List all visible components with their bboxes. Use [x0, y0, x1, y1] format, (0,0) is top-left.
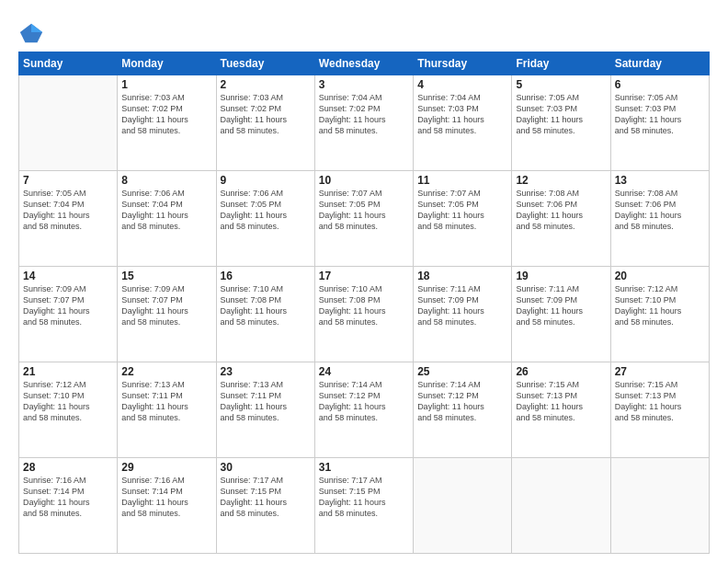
day-number: 2 [221, 78, 311, 91]
weekday-header-thursday: Thursday [414, 52, 512, 75]
day-number: 14 [23, 270, 113, 282]
header [18, 17, 710, 46]
day-number: 5 [516, 78, 606, 91]
day-number: 11 [417, 174, 507, 187]
calendar-cell: 27Sunrise: 7:15 AM Sunset: 7:13 PM Dayli… [610, 362, 709, 458]
week-row-4: 28Sunrise: 7:16 AM Sunset: 7:14 PM Dayli… [19, 458, 710, 554]
calendar-cell: 9Sunrise: 7:06 AM Sunset: 7:05 PM Daylig… [216, 171, 314, 267]
weekday-header-row: SundayMondayTuesdayWednesdayThursdayFrid… [19, 52, 710, 75]
day-info: Sunrise: 7:11 AM Sunset: 7:09 PM Dayligh… [516, 283, 606, 328]
day-number: 31 [319, 461, 409, 474]
calendar-cell [610, 458, 709, 554]
calendar-cell: 1Sunrise: 7:03 AM Sunset: 7:02 PM Daylig… [118, 75, 216, 171]
week-row-2: 14Sunrise: 7:09 AM Sunset: 7:07 PM Dayli… [19, 267, 710, 362]
day-info: Sunrise: 7:08 AM Sunset: 7:06 PM Dayligh… [615, 188, 705, 233]
week-row-1: 7Sunrise: 7:05 AM Sunset: 7:04 PM Daylig… [19, 171, 710, 267]
day-info: Sunrise: 7:06 AM Sunset: 7:04 PM Dayligh… [121, 188, 211, 233]
calendar-cell: 2Sunrise: 7:03 AM Sunset: 7:02 PM Daylig… [216, 75, 314, 171]
day-number: 10 [319, 174, 409, 187]
calendar-cell [414, 458, 512, 554]
week-row-0: 1Sunrise: 7:03 AM Sunset: 7:02 PM Daylig… [19, 75, 710, 171]
calendar-cell: 11Sunrise: 7:07 AM Sunset: 7:05 PM Dayli… [414, 171, 512, 267]
day-number: 26 [516, 365, 606, 378]
calendar-cell: 17Sunrise: 7:10 AM Sunset: 7:08 PM Dayli… [314, 267, 413, 362]
week-row-3: 21Sunrise: 7:12 AM Sunset: 7:10 PM Dayli… [19, 362, 710, 458]
day-number: 3 [319, 78, 409, 91]
day-info: Sunrise: 7:07 AM Sunset: 7:05 PM Dayligh… [417, 188, 507, 233]
calendar-cell: 7Sunrise: 7:05 AM Sunset: 7:04 PM Daylig… [19, 171, 118, 267]
calendar-table: SundayMondayTuesdayWednesdayThursdayFrid… [18, 52, 710, 554]
calendar-cell: 29Sunrise: 7:16 AM Sunset: 7:14 PM Dayli… [118, 458, 216, 554]
day-number: 9 [221, 174, 311, 187]
calendar-cell: 10Sunrise: 7:07 AM Sunset: 7:05 PM Dayli… [314, 171, 413, 267]
calendar-cell: 5Sunrise: 7:05 AM Sunset: 7:03 PM Daylig… [512, 75, 610, 171]
calendar-cell: 31Sunrise: 7:17 AM Sunset: 7:15 PM Dayli… [314, 458, 413, 554]
day-info: Sunrise: 7:17 AM Sunset: 7:15 PM Dayligh… [319, 475, 409, 520]
calendar-cell: 16Sunrise: 7:10 AM Sunset: 7:08 PM Dayli… [216, 267, 314, 362]
day-info: Sunrise: 7:08 AM Sunset: 7:06 PM Dayligh… [516, 188, 606, 233]
calendar-cell: 15Sunrise: 7:09 AM Sunset: 7:07 PM Dayli… [118, 267, 216, 362]
day-number: 12 [516, 174, 606, 187]
day-number: 4 [417, 78, 507, 91]
day-info: Sunrise: 7:05 AM Sunset: 7:03 PM Dayligh… [516, 92, 606, 137]
calendar-cell [512, 458, 610, 554]
day-number: 25 [417, 365, 507, 378]
day-number: 28 [23, 461, 113, 474]
calendar-cell: 30Sunrise: 7:17 AM Sunset: 7:15 PM Dayli… [216, 458, 314, 554]
calendar-cell: 14Sunrise: 7:09 AM Sunset: 7:07 PM Dayli… [19, 267, 118, 362]
calendar-cell: 20Sunrise: 7:12 AM Sunset: 7:10 PM Dayli… [610, 267, 709, 362]
calendar-cell: 26Sunrise: 7:15 AM Sunset: 7:13 PM Dayli… [512, 362, 610, 458]
day-number: 19 [516, 270, 606, 282]
day-info: Sunrise: 7:13 AM Sunset: 7:11 PM Dayligh… [121, 379, 211, 424]
page: SundayMondayTuesdayWednesdayThursdayFrid… [0, 0, 728, 563]
svg-marker-1 [31, 24, 42, 32]
day-info: Sunrise: 7:14 AM Sunset: 7:12 PM Dayligh… [319, 379, 409, 424]
day-number: 21 [23, 365, 113, 378]
day-info: Sunrise: 7:03 AM Sunset: 7:02 PM Dayligh… [121, 92, 211, 137]
weekday-header-sunday: Sunday [19, 52, 118, 75]
day-info: Sunrise: 7:04 AM Sunset: 7:02 PM Dayligh… [319, 92, 409, 137]
day-info: Sunrise: 7:05 AM Sunset: 7:03 PM Dayligh… [615, 92, 705, 137]
weekday-header-saturday: Saturday [610, 52, 709, 75]
day-number: 6 [615, 78, 705, 91]
weekday-header-friday: Friday [512, 52, 610, 75]
day-number: 8 [121, 174, 211, 187]
day-number: 24 [319, 365, 409, 378]
calendar-cell: 6Sunrise: 7:05 AM Sunset: 7:03 PM Daylig… [610, 75, 709, 171]
calendar-cell: 21Sunrise: 7:12 AM Sunset: 7:10 PM Dayli… [19, 362, 118, 458]
calendar-cell: 3Sunrise: 7:04 AM Sunset: 7:02 PM Daylig… [314, 75, 413, 171]
day-info: Sunrise: 7:05 AM Sunset: 7:04 PM Dayligh… [23, 188, 113, 233]
day-number: 18 [417, 270, 507, 282]
calendar-cell: 19Sunrise: 7:11 AM Sunset: 7:09 PM Dayli… [512, 267, 610, 362]
day-info: Sunrise: 7:15 AM Sunset: 7:13 PM Dayligh… [615, 379, 705, 424]
logo-icon [18, 20, 44, 46]
day-info: Sunrise: 7:11 AM Sunset: 7:09 PM Dayligh… [417, 283, 507, 328]
day-info: Sunrise: 7:12 AM Sunset: 7:10 PM Dayligh… [23, 379, 113, 424]
calendar-cell: 4Sunrise: 7:04 AM Sunset: 7:03 PM Daylig… [414, 75, 512, 171]
day-number: 7 [23, 174, 113, 187]
calendar-cell: 28Sunrise: 7:16 AM Sunset: 7:14 PM Dayli… [19, 458, 118, 554]
day-info: Sunrise: 7:14 AM Sunset: 7:12 PM Dayligh… [417, 379, 507, 424]
day-info: Sunrise: 7:09 AM Sunset: 7:07 PM Dayligh… [23, 283, 113, 328]
weekday-header-wednesday: Wednesday [314, 52, 413, 75]
day-number: 15 [121, 270, 211, 282]
day-number: 17 [319, 270, 409, 282]
day-info: Sunrise: 7:12 AM Sunset: 7:10 PM Dayligh… [615, 283, 705, 328]
day-number: 29 [121, 461, 211, 474]
day-number: 30 [221, 461, 311, 474]
weekday-header-monday: Monday [118, 52, 216, 75]
day-number: 16 [221, 270, 311, 282]
day-info: Sunrise: 7:16 AM Sunset: 7:14 PM Dayligh… [121, 475, 211, 520]
weekday-header-tuesday: Tuesday [216, 52, 314, 75]
calendar-cell: 8Sunrise: 7:06 AM Sunset: 7:04 PM Daylig… [118, 171, 216, 267]
calendar-cell: 18Sunrise: 7:11 AM Sunset: 7:09 PM Dayli… [414, 267, 512, 362]
day-number: 13 [615, 174, 705, 187]
day-info: Sunrise: 7:09 AM Sunset: 7:07 PM Dayligh… [121, 283, 211, 328]
day-info: Sunrise: 7:13 AM Sunset: 7:11 PM Dayligh… [221, 379, 311, 424]
calendar-cell: 13Sunrise: 7:08 AM Sunset: 7:06 PM Dayli… [610, 171, 709, 267]
calendar-cell: 22Sunrise: 7:13 AM Sunset: 7:11 PM Dayli… [118, 362, 216, 458]
calendar-cell: 25Sunrise: 7:14 AM Sunset: 7:12 PM Dayli… [414, 362, 512, 458]
day-info: Sunrise: 7:15 AM Sunset: 7:13 PM Dayligh… [516, 379, 606, 424]
calendar-cell: 23Sunrise: 7:13 AM Sunset: 7:11 PM Dayli… [216, 362, 314, 458]
day-info: Sunrise: 7:07 AM Sunset: 7:05 PM Dayligh… [319, 188, 409, 233]
